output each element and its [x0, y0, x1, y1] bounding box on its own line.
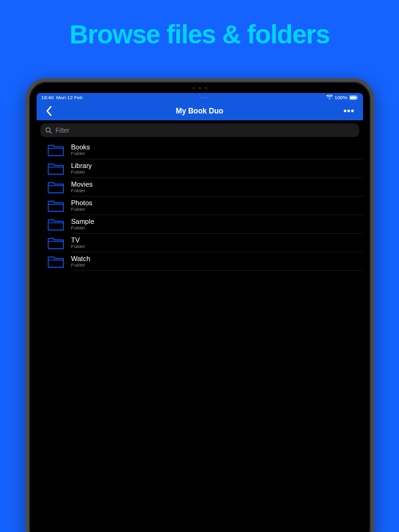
- svg-line-4: [50, 131, 52, 133]
- list-item-name: Photos: [71, 199, 92, 206]
- list-item-text: TVFolder: [71, 236, 86, 250]
- list-item-text: SampleFolder: [71, 218, 94, 231]
- battery-icon: [349, 95, 358, 100]
- more-button[interactable]: •••: [342, 105, 357, 117]
- folder-icon: [48, 162, 64, 175]
- svg-rect-2: [357, 97, 357, 99]
- list-item-text: PhotosFolder: [71, 199, 92, 213]
- list-item-kind: Folder: [71, 151, 91, 157]
- list-item-text: LibraryFolder: [71, 162, 92, 175]
- folder-icon: [48, 218, 64, 231]
- statusbar-multitask-dots: •••: [83, 96, 326, 99]
- list-item-kind: Folder: [71, 170, 92, 175]
- list-item-text: MoviesFolder: [71, 180, 93, 194]
- list-item-kind: Folder: [71, 207, 92, 213]
- navigation-bar: My Book Duo •••: [37, 102, 363, 120]
- list-item-kind: Folder: [71, 226, 94, 231]
- list-item-text: BooksFolder: [71, 143, 91, 157]
- list-item-name: Books: [71, 143, 91, 151]
- page-title: My Book Duo: [37, 107, 363, 115]
- list-item-kind: Folder: [71, 263, 91, 268]
- marketing-headline: Browse files & folders: [0, 0, 399, 50]
- list-item[interactable]: PhotosFolder: [37, 197, 363, 215]
- list-item-kind: Folder: [71, 188, 93, 194]
- svg-rect-1: [350, 96, 356, 99]
- search-icon: [45, 127, 52, 134]
- folder-icon: [48, 199, 64, 213]
- list-item[interactable]: TVFolder: [37, 234, 363, 252]
- list-item-name: Watch: [71, 255, 91, 262]
- wifi-icon: [326, 95, 333, 100]
- folder-list: BooksFolderLibraryFolderMoviesFolderPhot…: [37, 141, 363, 532]
- list-item-name: TV: [71, 236, 86, 244]
- filter-input[interactable]: Filter: [40, 123, 359, 137]
- list-item-name: Movies: [71, 180, 93, 188]
- statusbar-date: Mon 12 Feb: [56, 95, 83, 100]
- device-screen: 18:40 Mon 12 Feb ••• 100% My Book Duo •: [37, 93, 363, 532]
- list-item[interactable]: BooksFolder: [37, 141, 363, 159]
- list-item[interactable]: MoviesFolder: [37, 178, 363, 197]
- folder-icon: [48, 143, 64, 157]
- ipad-frame: 18:40 Mon 12 Feb ••• 100% My Book Duo •: [25, 78, 374, 532]
- list-item-kind: Folder: [71, 244, 86, 250]
- device-camera: [181, 86, 218, 90]
- filter-placeholder: Filter: [56, 127, 69, 134]
- list-item-name: Sample: [71, 218, 94, 225]
- status-bar: 18:40 Mon 12 Feb ••• 100%: [37, 93, 363, 102]
- statusbar-time: 18:40: [42, 95, 54, 100]
- list-item[interactable]: SampleFolder: [37, 215, 363, 234]
- folder-icon: [48, 180, 64, 194]
- folder-icon: [48, 236, 64, 250]
- statusbar-battery-percent: 100%: [334, 95, 347, 100]
- folder-icon: [48, 255, 64, 268]
- back-button[interactable]: [43, 105, 55, 117]
- filter-row: Filter: [37, 120, 363, 141]
- list-item-name: Library: [71, 162, 92, 169]
- list-item[interactable]: WatchFolder: [37, 252, 363, 271]
- chevron-left-icon: [46, 106, 52, 116]
- ellipsis-icon: •••: [344, 106, 355, 116]
- list-item[interactable]: LibraryFolder: [37, 159, 363, 178]
- list-item-text: WatchFolder: [71, 255, 91, 268]
